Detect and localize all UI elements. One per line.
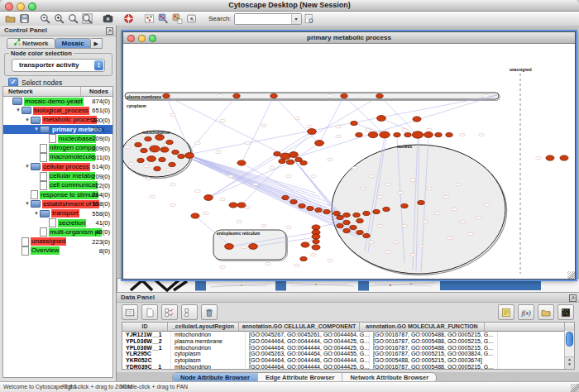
tree-column-network[interactable]: Network — [8, 88, 33, 95]
network-node[interactable] — [225, 244, 234, 250]
network-node[interactable] — [376, 93, 383, 98]
network-edge[interactable] — [242, 96, 274, 163]
network-node[interactable] — [191, 213, 199, 218]
tree-row[interactable]: nitrogen compo209(0) — [3, 143, 112, 152]
tree-row[interactable]: ▼transport558(0) — [3, 209, 112, 218]
network-node[interactable] — [546, 155, 554, 160]
zoom-button[interactable] — [28, 2, 36, 11]
network-node[interactable] — [307, 206, 313, 210]
snapshot-icon[interactable] — [101, 12, 115, 25]
tab-network[interactable]: Network — [7, 38, 55, 49]
node-color-dropdown[interactable]: transporter activity ▲▼ — [12, 59, 105, 72]
attribute-table-icon[interactable] — [122, 304, 138, 320]
network-node[interactable] — [412, 131, 423, 138]
network-node[interactable] — [315, 208, 322, 212]
network-node[interactable] — [383, 207, 390, 211]
network-node[interactable] — [343, 228, 350, 232]
table-column-header[interactable]: _cellularLayoutRegion — [168, 323, 239, 331]
expand-arrow-icon[interactable]: ▼ — [15, 106, 22, 115]
network-node[interactable] — [418, 200, 424, 204]
network-node[interactable] — [185, 153, 194, 159]
tree-row[interactable]: Overview8(0) — [3, 246, 112, 256]
expand-arrow-icon[interactable]: ▼ — [24, 199, 31, 208]
network-edge[interactable] — [242, 163, 340, 218]
table-row[interactable]: YKR052Ccytoplasm[GO:0044464, GO:0044446,… — [122, 357, 574, 364]
network-node[interactable] — [401, 203, 408, 208]
tree-row[interactable]: multi-organism pro42(0) — [3, 227, 112, 237]
network-node[interactable] — [312, 245, 320, 250]
network-edge[interactable] — [189, 155, 350, 226]
table-row[interactable]: YJR121W__1mitochondrion[GO:0045267, GO:0… — [122, 332, 574, 338]
network-node[interactable] — [299, 203, 305, 208]
vizmapper-icon[interactable] — [156, 12, 170, 25]
network-node[interactable] — [413, 117, 421, 122]
network-node[interactable] — [435, 132, 442, 136]
network-node[interactable] — [282, 195, 289, 199]
table-column-header[interactable]: annotation.GO CELLULAR_COMPONENT — [239, 323, 360, 331]
search-config-icon[interactable] — [302, 12, 316, 25]
network-node[interactable] — [313, 239, 319, 243]
network-node[interactable] — [137, 158, 144, 162]
network-window-titlebar[interactable]: primary metabolic process — [123, 32, 575, 44]
network-edge[interactable] — [191, 159, 332, 213]
network-edge[interactable] — [381, 118, 416, 133]
network-window-close-button[interactable] — [127, 35, 135, 42]
float-panel-icon[interactable] — [106, 27, 113, 35]
network-node[interactable] — [351, 121, 357, 125]
network-node[interactable] — [356, 218, 363, 222]
network-node[interactable] — [380, 131, 390, 138]
tree-row[interactable]: ▼cellular process614(0) — [3, 162, 112, 171]
zoom-selected-icon[interactable] — [66, 12, 80, 25]
network-node[interactable] — [159, 157, 165, 161]
network-edge[interactable] — [191, 95, 497, 154]
search-dropdown-icon[interactable]: ▾ — [291, 14, 301, 24]
table-row[interactable]: YLR295Ccytoplasm[GO:0045263, GO:0044464,… — [122, 351, 574, 357]
network-node[interactable] — [178, 154, 184, 158]
network-node[interactable] — [290, 199, 297, 203]
tree-row[interactable]: cell communicat22(0) — [3, 181, 112, 190]
network-canvas[interactable]: plasma membranecytoplasmmitochondrionnuc… — [123, 44, 575, 279]
network-node[interactable] — [343, 220, 350, 224]
table-row[interactable]: YPL036W__1mitochondrion[GO:0044464, GO:0… — [122, 345, 574, 351]
network-node[interactable] — [141, 148, 147, 152]
tab-scroll-right-icon[interactable]: ▶ — [91, 38, 103, 49]
network-edge[interactable] — [380, 96, 416, 133]
background-network-window[interactable] — [117, 278, 579, 292]
network-node[interactable] — [356, 132, 362, 136]
tree-column-nodes[interactable]: Nodes — [89, 88, 108, 95]
network-node[interactable] — [337, 223, 343, 227]
network-node[interactable] — [323, 209, 330, 213]
network-node[interactable] — [394, 132, 400, 136]
network-node[interactable] — [356, 230, 363, 234]
tree-row[interactable]: nucleobase-209(0) — [3, 134, 112, 143]
network-node[interactable] — [350, 225, 356, 229]
network-node[interactable] — [373, 209, 380, 213]
tree-row[interactable]: ▼establishment of lo558(0) — [3, 199, 112, 208]
network-node[interactable] — [154, 166, 160, 170]
network-window-zoom-button[interactable] — [149, 35, 156, 42]
tree-row[interactable]: macromolecule311(0) — [3, 153, 112, 162]
network-node[interactable] — [301, 242, 309, 247]
tree-row[interactable]: mosaic-demo-yeast874(0) — [3, 97, 112, 106]
network-node[interactable] — [377, 116, 386, 122]
network-node[interactable] — [341, 93, 347, 98]
network-node[interactable] — [363, 211, 370, 215]
zoom-in-icon[interactable] — [52, 12, 66, 25]
tree-row[interactable]: unassigned223(0) — [3, 237, 112, 246]
plasma-membrane[interactable] — [125, 93, 499, 99]
network-window-minimize-button[interactable] — [138, 35, 146, 42]
float-panel-icon[interactable] — [569, 294, 577, 302]
attribute-matrix-icon[interactable] — [557, 304, 574, 320]
network-node[interactable] — [145, 136, 151, 141]
network-node[interactable] — [368, 131, 378, 137]
new-attribute-icon[interactable] — [141, 304, 158, 320]
expand-arrow-icon[interactable]: ▼ — [24, 116, 31, 125]
scrollbar-thumb[interactable] — [566, 332, 573, 347]
network-node[interactable] — [308, 129, 317, 135]
network-node[interactable] — [333, 211, 340, 215]
birdseye-view-icon[interactable] — [142, 12, 156, 25]
table-column-header[interactable]: annotation.GO MOLECULAR_FUNCTION — [360, 323, 485, 331]
network-node[interactable] — [363, 233, 370, 237]
network-node[interactable] — [233, 93, 240, 98]
tree-row[interactable]: response to stimulu264(0) — [3, 190, 112, 199]
